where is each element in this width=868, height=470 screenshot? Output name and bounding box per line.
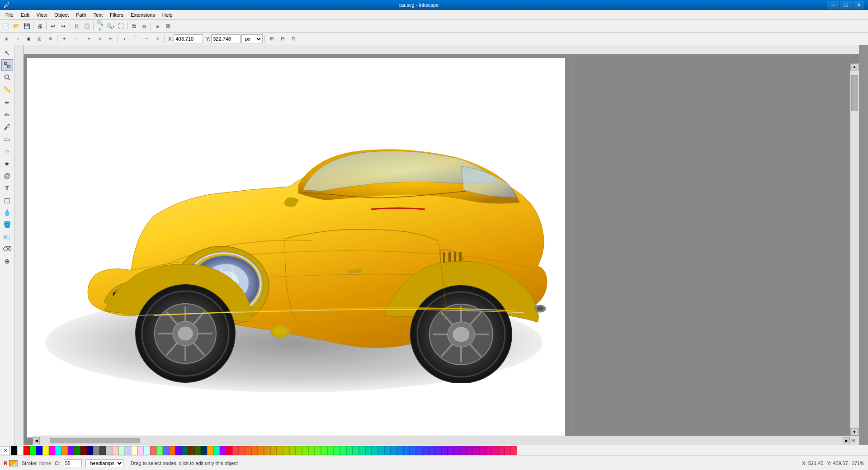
close-button[interactable]: ✕ xyxy=(853,1,864,9)
color-swatch[interactable] xyxy=(42,446,49,455)
node-cusp-btn[interactable]: ⬦ xyxy=(13,34,23,44)
color-swatch[interactable] xyxy=(251,446,258,455)
group-button[interactable]: ⧉ xyxy=(129,21,139,31)
x-coord-input[interactable] xyxy=(174,34,203,43)
node-select-btn[interactable]: ◈ xyxy=(2,34,12,44)
save-button[interactable]: 💾 xyxy=(22,21,32,31)
measure-tool-btn[interactable]: 📏 xyxy=(1,84,13,95)
color-swatch[interactable] xyxy=(441,446,448,455)
menu-file[interactable]: File xyxy=(2,11,17,19)
color-swatch[interactable] xyxy=(11,446,17,455)
maximize-button[interactable]: □ xyxy=(840,1,852,9)
color-swatch[interactable] xyxy=(422,446,429,455)
color-swatch[interactable] xyxy=(454,446,460,455)
print-button[interactable]: 🖨 xyxy=(35,21,45,31)
break-path-btn[interactable]: ⌖ xyxy=(84,34,94,44)
color-swatch[interactable] xyxy=(416,446,422,455)
menu-extensions[interactable]: Extensions xyxy=(127,11,159,19)
fill-color-rect[interactable] xyxy=(9,460,18,466)
select-tool-btn[interactable]: ↖ xyxy=(1,47,13,59)
color-swatch[interactable] xyxy=(201,446,207,455)
rect-tool-btn[interactable]: ▭ xyxy=(1,133,13,145)
text-tool-btn[interactable]: T xyxy=(1,182,13,194)
color-swatch[interactable] xyxy=(226,446,232,455)
color-swatch[interactable] xyxy=(264,446,270,455)
color-swatch[interactable] xyxy=(302,446,308,455)
hscroll-thumb[interactable] xyxy=(50,438,140,443)
show-handles-btn[interactable]: ⊞ xyxy=(267,34,277,44)
color-swatch[interactable] xyxy=(372,446,378,455)
pen-tool-btn[interactable]: ✒ xyxy=(1,97,13,108)
color-swatch[interactable] xyxy=(467,446,473,455)
color-swatch[interactable] xyxy=(492,446,498,455)
color-swatch[interactable] xyxy=(131,446,137,455)
distribute-button[interactable]: ⊠ xyxy=(163,21,173,31)
circle-tool-btn[interactable]: ○ xyxy=(1,146,13,157)
calligraphy-tool-btn[interactable]: 🖋 xyxy=(1,121,13,133)
connector-tool-btn[interactable]: ⊕ xyxy=(1,255,13,267)
undo-button[interactable]: ↩ xyxy=(48,21,58,31)
color-swatch[interactable] xyxy=(118,446,125,455)
menu-help[interactable]: Help xyxy=(159,11,176,19)
scroll-right-btn[interactable]: ▶ xyxy=(843,437,850,444)
pencil-tool-btn[interactable]: ✏ xyxy=(1,109,13,121)
color-swatch[interactable] xyxy=(36,446,42,455)
del-node-btn[interactable]: − xyxy=(70,34,80,44)
color-swatch[interactable] xyxy=(150,446,156,455)
color-swatch[interactable] xyxy=(24,446,30,455)
color-swatch[interactable] xyxy=(479,446,486,455)
new-button[interactable]: 📄 xyxy=(1,21,11,31)
color-swatch[interactable] xyxy=(30,446,36,455)
menu-object[interactable]: Object xyxy=(51,11,72,19)
color-swatch[interactable] xyxy=(125,446,131,455)
node-smooth2-btn[interactable]: ~ xyxy=(142,34,151,44)
open-button[interactable]: 📂 xyxy=(11,21,21,31)
spiral-tool-btn[interactable]: @ xyxy=(1,170,13,182)
color-swatch[interactable] xyxy=(397,446,403,455)
color-swatch[interactable] xyxy=(283,446,289,455)
color-swatch[interactable] xyxy=(182,446,188,455)
canvas-content[interactable]: ◀ ▶ ▲ ▼ ⊞ xyxy=(24,54,859,445)
color-swatch[interactable] xyxy=(340,446,346,455)
vertical-scrollbar[interactable]: ▲ ▼ xyxy=(850,63,859,436)
color-swatch[interactable] xyxy=(17,446,24,455)
color-swatch[interactable] xyxy=(391,446,397,455)
color-swatch[interactable] xyxy=(194,446,201,455)
color-swatch[interactable] xyxy=(448,446,454,455)
color-swatch[interactable] xyxy=(473,446,479,455)
zoom-corner-btn[interactable]: ⊞ xyxy=(850,436,859,445)
color-swatch[interactable] xyxy=(334,446,340,455)
color-swatch[interactable] xyxy=(289,446,296,455)
copy-button[interactable]: ⎘ xyxy=(71,21,81,31)
node-symm-btn[interactable]: ◎ xyxy=(34,34,44,44)
minimize-button[interactable]: ─ xyxy=(827,1,839,9)
color-swatch[interactable] xyxy=(498,446,505,455)
paint-tool-btn[interactable]: 🪣 xyxy=(1,219,13,230)
color-swatch[interactable] xyxy=(213,446,220,455)
star-tool-btn[interactable]: ★ xyxy=(1,158,13,169)
color-swatch[interactable] xyxy=(511,446,517,455)
color-swatch[interactable] xyxy=(346,446,353,455)
color-swatch[interactable] xyxy=(80,446,87,455)
node-auto-btn[interactable]: ⊛ xyxy=(45,34,55,44)
color-swatch[interactable] xyxy=(365,446,372,455)
color-swatch[interactable] xyxy=(68,446,74,455)
join-path-btn[interactable]: ⌗ xyxy=(95,34,105,44)
delete-seg-btn[interactable]: ✂ xyxy=(106,34,116,44)
color-swatch[interactable] xyxy=(378,446,384,455)
color-swatch[interactable] xyxy=(207,446,213,455)
scroll-down-btn[interactable]: ▼ xyxy=(850,428,859,436)
color-swatch[interactable] xyxy=(156,446,163,455)
align-button[interactable]: ≡ xyxy=(152,21,162,31)
vscroll-thumb[interactable] xyxy=(851,75,858,111)
color-swatch[interactable] xyxy=(245,446,251,455)
canvas-area[interactable]: ◀ ▶ ▲ ▼ ⊞ % xyxy=(14,45,868,445)
to-curve-btn[interactable]: ⌒ xyxy=(131,34,141,44)
color-swatch[interactable] xyxy=(74,446,80,455)
color-swatch[interactable] xyxy=(112,446,118,455)
dropper-tool-btn[interactable]: 💧 xyxy=(1,207,13,218)
scroll-up-btn[interactable]: ▲ xyxy=(850,63,859,70)
node-tool-btn[interactable] xyxy=(1,59,13,71)
color-swatch[interactable] xyxy=(435,446,441,455)
spray-tool-btn[interactable]: 💨 xyxy=(1,231,13,243)
